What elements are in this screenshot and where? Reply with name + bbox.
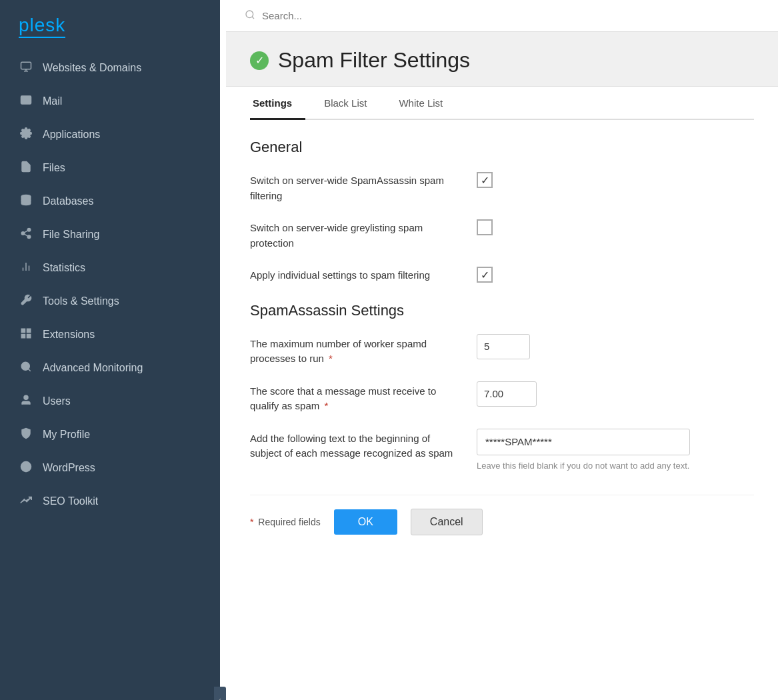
mail-icon (19, 94, 33, 109)
sidebar-collapse-button[interactable]: ‹ (214, 687, 226, 700)
sidebar-item-statistics[interactable]: Statistics (0, 251, 220, 285)
spamassassin-toggle-control (477, 171, 493, 188)
svg-rect-0 (21, 62, 31, 69)
sidebar-logo: plesk (0, 0, 220, 51)
svg-point-6 (27, 229, 31, 232)
ok-button[interactable]: OK (334, 509, 397, 535)
sidebar-item-websites-domains[interactable]: Websites & Domains (0, 51, 220, 85)
wordpress-icon (19, 461, 33, 475)
spamassassin-section-title: SpamAssassin Settings (250, 302, 754, 319)
monitoring-icon (19, 361, 33, 375)
svg-point-7 (21, 232, 25, 235)
profile-icon (19, 427, 33, 442)
sidebar-item-label: Files (43, 162, 65, 174)
page-title: Spam Filter Settings (278, 48, 470, 73)
greylisting-toggle-label: Switch on server-wide greylisting spam p… (250, 218, 457, 251)
search-bar (226, 0, 778, 32)
sidebar-item-seo-toolkit[interactable]: SEO Toolkit (0, 485, 220, 518)
subject-text-input[interactable] (477, 429, 690, 455)
sidebar-item-advanced-monitoring[interactable]: Advanced Monitoring (0, 351, 220, 385)
individual-settings-control (477, 265, 493, 283)
sidebar-item-applications[interactable]: Applications (0, 118, 220, 151)
search-icon (245, 9, 255, 22)
gear-icon (19, 127, 33, 142)
svg-line-9 (24, 234, 27, 236)
individual-settings-label: Apply individual settings to spam filter… (250, 265, 457, 283)
chart-icon (19, 261, 33, 275)
sidebar-item-tools-settings[interactable]: Tools & Settings (0, 285, 220, 318)
sidebar-item-label: Statistics (43, 262, 85, 274)
tools-icon (19, 294, 33, 309)
svg-point-8 (27, 235, 31, 239)
subject-text-label: Add the following text to the beginning … (250, 429, 457, 461)
status-icon: ✓ (250, 51, 269, 70)
svg-rect-16 (21, 335, 25, 338)
spam-score-row: The score that a message must receive to… (250, 381, 754, 414)
sidebar-item-label: File Sharing (43, 229, 99, 241)
sidebar-item-label: Tools & Settings (43, 295, 119, 307)
sidebar-item-wordpress[interactable]: WordPress (0, 451, 220, 485)
subject-text-control: Leave this field blank if you do not wan… (477, 429, 690, 471)
greylisting-checkbox[interactable] (477, 219, 493, 235)
spamassassin-checkbox[interactable] (477, 172, 493, 188)
required-note: * Required fields (250, 517, 321, 527)
sidebar-item-files[interactable]: Files (0, 151, 220, 185)
seo-icon (19, 494, 33, 509)
spamassassin-toggle-label: Switch on server-wide SpamAssassin spam … (250, 171, 457, 203)
svg-point-24 (246, 11, 253, 18)
subject-text-hint: Leave this field blank if you do not wan… (477, 461, 690, 471)
sidebar-item-mail[interactable]: Mail (0, 85, 220, 118)
page-header: ✓ Spam Filter Settings (226, 32, 778, 87)
sidebar-item-label: Users (43, 395, 71, 407)
svg-rect-17 (27, 335, 31, 338)
svg-line-10 (24, 231, 27, 233)
svg-rect-14 (21, 329, 25, 332)
content-area: Settings Black List White List General S… (226, 87, 778, 700)
tab-settings[interactable]: Settings (250, 87, 305, 120)
sidebar-item-label: My Profile (43, 429, 90, 441)
spam-score-input[interactable] (477, 381, 537, 407)
sidebar-item-label: Mail (43, 95, 62, 107)
search-input[interactable] (262, 10, 759, 21)
max-workers-control (477, 334, 530, 359)
share-icon (19, 227, 33, 242)
greylisting-toggle-row: Switch on server-wide greylisting spam p… (250, 218, 754, 251)
greylisting-toggle-control (477, 218, 493, 235)
sidebar-item-label: Extensions (43, 329, 95, 341)
tab-bar: Settings Black List White List (250, 87, 754, 120)
sidebar-item-label: SEO Toolkit (43, 495, 98, 507)
sidebar-item-label: Databases (43, 195, 94, 207)
sidebar: plesk Websites & Domains Mail Applicatio… (0, 0, 220, 700)
sidebar-item-label: Websites & Domains (43, 62, 141, 74)
database-icon (19, 194, 33, 209)
svg-line-19 (28, 369, 30, 371)
sidebar-item-label: Advanced Monitoring (43, 362, 143, 374)
form-footer: * Required fields OK Cancel (250, 495, 754, 535)
cancel-button[interactable]: Cancel (411, 509, 483, 535)
svg-rect-15 (27, 329, 31, 332)
max-workers-label: The maximum number of worker spamd proce… (250, 334, 457, 367)
individual-settings-checkbox[interactable] (477, 267, 493, 283)
individual-settings-row: Apply individual settings to spam filter… (250, 265, 754, 283)
sidebar-item-my-profile[interactable]: My Profile (0, 418, 220, 451)
tab-blacklist[interactable]: Black List (321, 87, 380, 120)
subject-text-row: Add the following text to the beginning … (250, 429, 754, 471)
user-icon (19, 394, 33, 409)
spamassassin-toggle-row: Switch on server-wide SpamAssassin spam … (250, 171, 754, 203)
svg-point-22 (24, 395, 28, 399)
sidebar-item-label: WordPress (43, 462, 95, 474)
tab-whitelist[interactable]: White List (396, 87, 456, 120)
extensions-icon (19, 327, 33, 342)
sidebar-item-file-sharing[interactable]: File Sharing (0, 218, 220, 251)
sidebar-item-label: Applications (43, 129, 100, 141)
general-section-title: General (250, 139, 754, 156)
sidebar-item-users[interactable]: Users (0, 385, 220, 418)
max-workers-row: The maximum number of worker spamd proce… (250, 334, 754, 367)
sidebar-item-extensions[interactable]: Extensions (0, 318, 220, 351)
max-workers-input[interactable] (477, 334, 530, 359)
svg-line-25 (252, 17, 254, 19)
spam-score-label: The score that a message must receive to… (250, 381, 457, 414)
monitor-icon (19, 61, 33, 75)
sidebar-item-databases[interactable]: Databases (0, 185, 220, 218)
file-icon (19, 161, 33, 175)
